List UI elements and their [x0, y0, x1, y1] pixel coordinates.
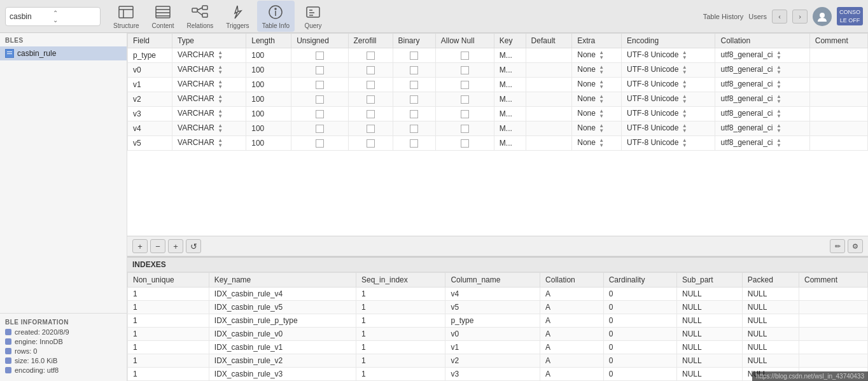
cell-unsigned[interactable] [291, 48, 348, 63]
structure-button[interactable]: Structure [108, 1, 144, 32]
col-zerofill: Zerofill [348, 34, 393, 48]
idx-col-cardinality: Cardinality [603, 273, 676, 287]
content-button[interactable]: Content [147, 1, 179, 32]
relations-button[interactable]: Relations [182, 1, 219, 32]
info-engine-label: engine: InnoDB [15, 338, 63, 345]
indexes-table-row[interactable]: 1 IDX_casbin_rule_v1 1 v1 A 0 NULL NULL [128, 341, 868, 354]
info-rows-label: rows: 0 [15, 347, 37, 355]
cell-unsigned[interactable] [291, 121, 348, 136]
cell-binary[interactable] [393, 136, 435, 151]
indexes-table-row[interactable]: 1 IDX_casbin_rule_v5 1 v5 A 0 NULL NULL [128, 301, 868, 314]
cell-field: v5 [128, 136, 172, 151]
idx-cell-collation: A [540, 368, 604, 381]
cell-zerofill[interactable] [348, 136, 393, 151]
idx-cell-seq: 1 [356, 314, 445, 328]
cell-encoding: UTF-8 Unicode ▲▼ [622, 78, 715, 92]
idx-cell-cardinality: 0 [603, 314, 676, 328]
cell-length: 100 [246, 63, 291, 78]
structure-table-row[interactable]: v3 VARCHAR ▲▼ 100 M... None ▲▼ UTF-8 Uni… [128, 107, 868, 121]
info-encoding: encoding: utf8 [5, 366, 122, 374]
indexes-table-row[interactable]: 1 IDX_casbin_rule_p_type 1 p_type A 0 NU… [128, 314, 868, 328]
idx-cell-collation: A [540, 314, 604, 328]
toolbar-icons: Structure Content Relations [108, 1, 329, 32]
cell-unsigned[interactable] [291, 92, 348, 107]
database-selector[interactable]: casbin ⌃⌄ [5, 7, 101, 26]
structure-table-container[interactable]: Field Type Length Unsigned Zerofill Bina… [127, 33, 868, 151]
sidebar-item-casbin-rule[interactable]: casbin_rule [0, 46, 127, 60]
cell-allow-null[interactable] [435, 136, 494, 151]
info-dot [5, 338, 11, 345]
add-field-button[interactable]: + [132, 239, 148, 253]
cell-extra: None ▲▼ [572, 92, 622, 107]
idx-col-column-name: Column_name [445, 273, 540, 287]
cell-field: v3 [128, 107, 172, 121]
cell-allow-null[interactable] [435, 63, 494, 78]
relations-label: Relations [187, 22, 214, 29]
cell-unsigned[interactable] [291, 107, 348, 121]
cell-binary[interactable] [393, 48, 435, 63]
table-info-button[interactable]: Table Info [257, 1, 295, 32]
cell-binary[interactable] [393, 78, 435, 92]
cell-binary[interactable] [393, 107, 435, 121]
cell-zerofill[interactable] [348, 78, 393, 92]
nav-forward-button[interactable]: › [792, 10, 808, 24]
table-history-link[interactable]: Table History [703, 13, 744, 20]
idx-cell-seq: 1 [356, 287, 445, 301]
db-selector-value: casbin [10, 12, 53, 21]
idx-cell-non-unique: 1 [128, 301, 209, 314]
structure-table-row[interactable]: v5 VARCHAR ▲▼ 100 M... None ▲▼ UTF-8 Uni… [128, 136, 868, 151]
nav-back-button[interactable]: ‹ [772, 10, 787, 24]
indexes-table-row[interactable]: 1 IDX_casbin_rule_v4 1 v4 A 0 NULL NULL [128, 287, 868, 301]
cell-zerofill[interactable] [348, 107, 393, 121]
cell-binary[interactable] [393, 92, 435, 107]
cell-unsigned[interactable] [291, 78, 348, 92]
col-key: Key [494, 34, 526, 48]
remove-field-button[interactable]: − [150, 239, 165, 253]
structure-table-row[interactable]: v4 VARCHAR ▲▼ 100 M... None ▲▼ UTF-8 Uni… [128, 121, 868, 136]
cell-allow-null[interactable] [435, 92, 494, 107]
structure-table-row[interactable]: v1 VARCHAR ▲▼ 100 M... None ▲▼ UTF-8 Uni… [128, 78, 868, 92]
cell-binary[interactable] [393, 121, 435, 136]
structure-header-row: Field Type Length Unsigned Zerofill Bina… [128, 34, 868, 48]
indexes-header-row: Non_unique Key_name Seq_in_index Column_… [128, 273, 868, 287]
structure-table-row[interactable]: v2 VARCHAR ▲▼ 100 M... None ▲▼ UTF-8 Uni… [128, 92, 868, 107]
query-button[interactable]: Query [297, 1, 329, 32]
cell-zerofill[interactable] [348, 48, 393, 63]
cell-zerofill[interactable] [348, 63, 393, 78]
idx-cell-non-unique: 1 [128, 314, 209, 328]
info-rows: rows: 0 [5, 347, 122, 355]
indexes-table-row[interactable]: 1 IDX_casbin_rule_v0 1 v0 A 0 NULL NULL [128, 328, 868, 341]
structure-table-row[interactable]: v0 VARCHAR ▲▼ 100 M... None ▲▼ UTF-8 Uni… [128, 63, 868, 78]
cell-key: M... [494, 121, 526, 136]
cell-extra: None ▲▼ [572, 63, 622, 78]
user-avatar[interactable] [813, 7, 832, 26]
cell-allow-null[interactable] [435, 107, 494, 121]
cell-allow-null[interactable] [435, 121, 494, 136]
idx-col-sub-part: Sub_part [677, 273, 743, 287]
cell-zerofill[interactable] [348, 121, 393, 136]
cell-length: 100 [246, 48, 291, 63]
svg-rect-9 [202, 13, 207, 17]
cell-unsigned[interactable] [291, 63, 348, 78]
refresh-button[interactable]: ↺ [186, 239, 201, 253]
idx-cell-seq: 1 [356, 301, 445, 314]
add-index-button[interactable]: + [168, 239, 183, 253]
info-size: size: 16.0 KiB [5, 357, 122, 364]
indexes-table-row[interactable]: 1 IDX_casbin_rule_v2 1 v2 A 0 NULL NULL [128, 354, 868, 368]
edit-button[interactable]: ✏ [830, 239, 845, 253]
toolbar-right: Table History Users ‹ › CONSO LE OFF [703, 7, 863, 26]
structure-table-row[interactable]: p_type VARCHAR ▲▼ 100 M... None ▲▼ UTF-8… [128, 48, 868, 63]
cell-extra: None ▲▼ [572, 107, 622, 121]
triggers-button[interactable]: Triggers [221, 1, 254, 32]
cell-zerofill[interactable] [348, 92, 393, 107]
cell-unsigned[interactable] [291, 136, 348, 151]
idx-cell-key-name: IDX_casbin_rule_v0 [209, 328, 356, 341]
cell-comment [809, 121, 867, 136]
cell-binary[interactable] [393, 63, 435, 78]
cell-allow-null[interactable] [435, 48, 494, 63]
indexes-table-container[interactable]: Non_unique Key_name Seq_in_index Column_… [127, 272, 868, 381]
users-link[interactable]: Users [748, 13, 767, 20]
settings-button[interactable]: ⚙ [848, 239, 863, 253]
idx-cell-key-name: IDX_casbin_rule_p_type [209, 314, 356, 328]
cell-allow-null[interactable] [435, 78, 494, 92]
